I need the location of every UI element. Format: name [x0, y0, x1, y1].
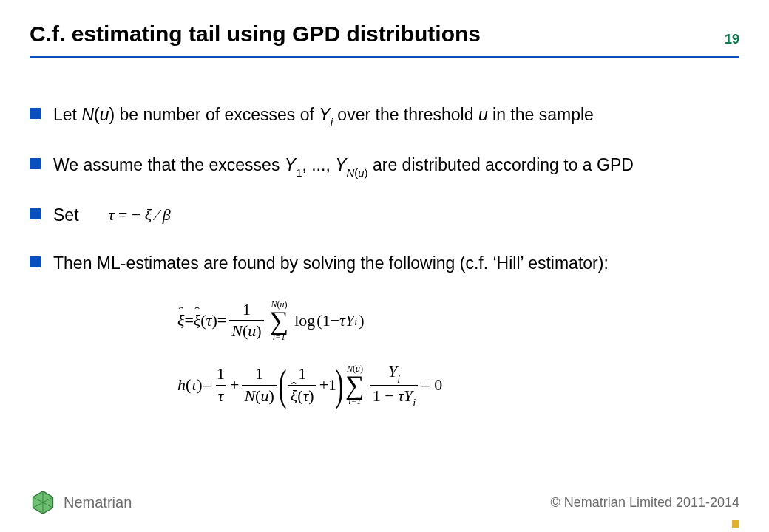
e2-frac3-den: ξ(τ) [288, 385, 316, 406]
e2-tau: τ [191, 375, 197, 395]
sigma-icon: ∑ [345, 373, 365, 397]
e1-po: ( [316, 311, 322, 330]
b2-Nu: N(u) [347, 166, 368, 179]
e2-po: ( [186, 375, 191, 395]
b3-slash: ⁄ [152, 205, 163, 224]
copyright: © Nematrian Limited 2011-2014 [551, 495, 739, 511]
b3-beta: β [163, 205, 171, 224]
e1-frac1-den-u: u [248, 321, 256, 340]
e2-plus2: + [319, 375, 328, 395]
e1-frac1-den-pc: ) [256, 321, 261, 340]
e2-frac2-den: N(u) [242, 385, 276, 406]
e2-h: h [177, 375, 186, 395]
e2-frac4-den-Y: Y [404, 386, 413, 405]
logo-icon [30, 489, 56, 516]
e2-frac4-num: Yi [386, 362, 402, 385]
e1-tau: τ [206, 311, 212, 330]
b2-dots: , ..., [302, 155, 335, 174]
page-title: C.f. estimating tail using GPD distribut… [30, 21, 481, 47]
e1-frac1-den-N: N [231, 321, 243, 340]
e1-tau2: τ [339, 311, 345, 330]
e1-eq2: = [217, 311, 226, 330]
e2-frac2-den-u: u [260, 386, 268, 405]
b3-eq: = − [114, 205, 144, 224]
b1-text: Let [53, 105, 81, 124]
slide: C.f. estimating tail using GPD distribut… [0, 0, 769, 532]
b1-po: ( [94, 105, 100, 124]
b3-label: Set [53, 204, 79, 227]
b1-u2: u [478, 105, 488, 124]
e2-frac2-den-pc: ) [268, 386, 274, 405]
b2-Y2: Y [335, 155, 346, 174]
bullet-3: Set τ = − ξ ⁄ β [30, 204, 739, 227]
b3-xi: ξ [145, 205, 152, 224]
b1-post: over the threshold [333, 105, 478, 124]
title-rule [30, 56, 739, 58]
e1-po-tau: ( [200, 311, 206, 330]
e2-frac4-num-Y: Y [388, 362, 397, 381]
b2-1: 1 [296, 166, 302, 179]
e2-frac3: 1 ξ(τ) [288, 364, 316, 406]
b2-Nu-u: u [358, 166, 364, 179]
e1-Y: Y [345, 311, 354, 330]
header-row: C.f. estimating tail using GPD distribut… [30, 21, 739, 47]
e1-frac1-den: N(u) [229, 320, 263, 341]
e2-frac4-den-i: i [413, 397, 416, 409]
e1-sum-bot: i=1 [273, 332, 285, 341]
footer-left: Nematrian [30, 489, 132, 516]
e2-frac1-num: 1 [214, 364, 227, 384]
b1-Y: Y [319, 105, 330, 124]
e2-eq: = [203, 375, 211, 395]
b3-row: Set τ = − ξ ⁄ β [53, 204, 739, 227]
e2-frac1-den: τ [216, 385, 226, 406]
e2-eqzero: = 0 [421, 375, 442, 395]
e2-frac3-den-pc: ) [308, 386, 314, 405]
e2-pc: ) [197, 375, 202, 395]
slide-body: Let N(u) be number of excesses of Yi ove… [30, 103, 739, 429]
e2-plus1: + [230, 375, 239, 395]
b1-i: i [331, 116, 333, 129]
b2-Y: Y [285, 155, 296, 174]
e1-frac1: 1 N(u) [229, 300, 263, 341]
e2-frac1: 1 τ [214, 364, 227, 406]
bullet-list: Let N(u) be number of excesses of Yi ove… [30, 103, 739, 275]
b2-Nu-N: N [347, 166, 355, 179]
equation-2: h ( τ ) = 1 τ + 1 N(u) ( 1 [177, 362, 739, 408]
e2-bigparen-close: ) [336, 366, 344, 404]
e2-frac2: 1 N(u) [242, 364, 276, 406]
e2-frac4-num-i: i [397, 373, 400, 385]
b1-end: in the sample [488, 105, 594, 124]
b1-pc: ) [109, 105, 115, 124]
e2-bigparen-open: ( [278, 366, 286, 404]
b4-text: Then ML-estimates are found by solving t… [53, 253, 609, 273]
e1-pc-tau: ) [211, 311, 217, 330]
bullet-2: We assume that the excesses Y1, ..., YN(… [30, 154, 739, 179]
e1-minus: − [331, 311, 339, 330]
e2-sum: N(u) ∑ i=1 [345, 364, 365, 406]
e1-pc: ) [359, 311, 364, 330]
e2-frac3-den-xi: ξ [291, 386, 297, 406]
e1-i: i [354, 316, 357, 328]
footer: Nematrian © Nematrian Limited 2011-2014 [30, 489, 739, 516]
e2-frac4-den-one: 1 [373, 386, 381, 405]
e2-frac4: Yi 1 − τYi [370, 362, 419, 408]
b1-N: N [81, 105, 94, 124]
b3-formula: τ = − ξ ⁄ β [109, 204, 171, 226]
e2-frac4-den-tau: τ [398, 386, 404, 405]
e1-log: log [294, 311, 315, 330]
e2-frac2-num: 1 [253, 364, 265, 384]
b1-u: u [100, 105, 109, 124]
b2-Nu-pc: ) [365, 166, 368, 179]
e2-frac4-den-minus: − [381, 386, 398, 405]
e1-xi-hat2: ξ [194, 311, 200, 330]
e1-eq1: = [184, 311, 193, 330]
bullet-1: Let N(u) be number of excesses of Yi ove… [30, 103, 739, 129]
brand-name: Nematrian [64, 494, 132, 511]
equation-1: ξ = ξ ( τ ) = 1 N(u) N(u) ∑ [177, 300, 739, 341]
b2-post: are distributed according to a GPD [368, 155, 634, 174]
b1-mid: be number of excesses of [115, 105, 319, 124]
e2-frac4-den: 1 − τYi [370, 385, 419, 409]
corner-square-icon [732, 520, 739, 528]
equations-block: ξ = ξ ( τ ) = 1 N(u) N(u) ∑ [177, 300, 739, 408]
sigma-icon: ∑ [270, 309, 289, 332]
